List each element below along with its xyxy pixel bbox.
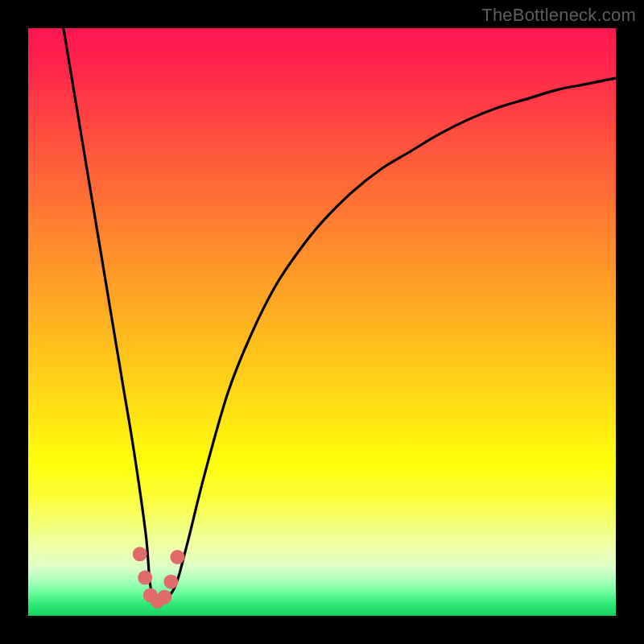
trough-dot bbox=[163, 575, 178, 589]
bottleneck-curve bbox=[64, 28, 616, 600]
trough-dot bbox=[133, 547, 147, 561]
chart-frame: TheBottleneck.com bbox=[0, 0, 644, 644]
trough-dot bbox=[157, 590, 171, 605]
bottleneck-curve-path bbox=[64, 28, 616, 600]
watermark-text: TheBottleneck.com bbox=[481, 5, 636, 26]
trough-dot bbox=[170, 550, 184, 564]
trough-dot bbox=[138, 571, 152, 585]
trough-dots bbox=[133, 547, 185, 608]
plot-area bbox=[28, 28, 616, 616]
curve-layer bbox=[28, 28, 616, 616]
